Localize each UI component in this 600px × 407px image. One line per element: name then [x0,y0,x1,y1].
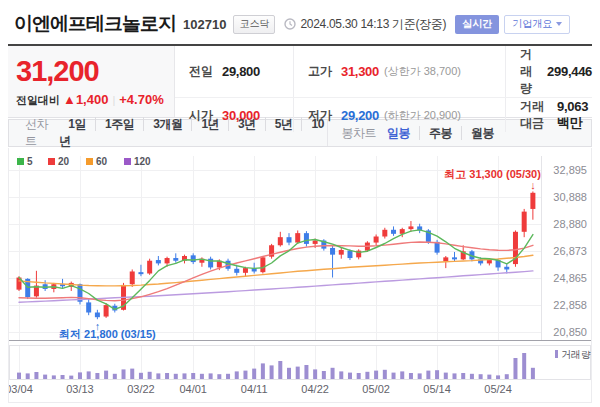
range-button-3개월[interactable]: 3개월 [143,117,191,131]
svg-text:60: 60 [96,156,108,167]
svg-text:최저 21,800 (03/15): 최저 21,800 (03/15) [59,328,156,340]
svg-text:20: 20 [58,156,70,167]
range-button-1주일[interactable]: 1주일 [95,117,143,131]
day-high-cell: 고가 31,300 (상한가 38,700) [293,46,505,97]
volume-cell: 거래량 299,446 [505,46,592,97]
svg-text:↓: ↓ [530,179,536,191]
divider: | [112,94,115,106]
quote-table: 전일 29,800 고가 31,300 (상한가 38,700) 거래량 299… [175,46,592,117]
svg-text:03/13: 03/13 [66,383,94,395]
line-chart-range-group: 선차트 1일1주일3개월1년3년5년10년 [9,120,327,146]
range-button-3년[interactable]: 3년 [228,117,265,131]
current-price: 31,200 [16,56,174,86]
company-overview-label: 기업개요 [512,17,552,31]
chart-range-toolbar: 선차트 1일1주일3개월1년3년5년10년 봉차트 일봉주봉월봉 [8,119,592,147]
svg-text:03/22: 03/22 [127,383,155,395]
prev-close-value: 29,800 [222,64,260,79]
svg-text:04/01: 04/01 [179,383,207,395]
market-badge: 코스닥 [233,15,275,34]
up-arrow-icon: ▲ [63,92,76,107]
svg-text:04/22: 04/22 [301,383,329,395]
svg-text:22,858: 22,858 [553,299,587,311]
candle-chart-range-group: 봉차트 일봉주봉월봉 [327,120,592,146]
svg-text:20,850: 20,850 [553,326,587,338]
volume-label: 거래량 [520,46,538,97]
day-high-label: 고가 [308,63,332,80]
svg-text:거래량: 거래량 [561,349,591,360]
day-high-value: 31,300 [341,64,379,79]
candlestick-chart[interactable]: 32,89530,88828,88026,87324,86522,85820,8… [9,148,591,402]
prev-close-cell: 전일 29,800 [175,46,293,97]
range-button-1년[interactable]: 1년 [191,117,228,131]
stock-code: 102710 [183,17,226,32]
price-change-row: 전일대비▲1,400|+4.70% [16,92,174,108]
svg-text:05/14: 05/14 [423,383,451,395]
realtime-toggle-badge[interactable]: 실시간 [455,15,499,34]
quote-row-1: 전일 29,800 고가 31,300 (상한가 38,700) 거래량 299… [175,46,592,97]
change-label: 전일대비 [16,94,60,106]
svg-text:05/02: 05/02 [362,383,390,395]
price-summary-section: 31,200 전일대비▲1,400|+4.70% 전일 29,800 고가 31… [8,44,592,118]
price-chart-area[interactable]: 32,89530,88828,88026,87324,86522,85820,8… [8,148,592,403]
svg-text:32,895: 32,895 [553,164,587,176]
line-chart-label: 선차트 [25,116,57,150]
prev-close-label: 전일 [189,63,213,80]
svg-text:5: 5 [27,156,33,167]
svg-text:120: 120 [134,156,151,167]
svg-text:05/24: 05/24 [484,383,512,395]
candle-range-buttons: 일봉주봉월봉 [378,125,503,142]
line-range-buttons: 1일1주일3개월1년3년5년10년 [59,116,326,150]
volume-value: 299,446 [547,64,592,79]
upper-limit-note: (상한가 38,700) [384,64,461,79]
chevron-down-icon [556,22,562,26]
stock-header: 이엔에프테크놀로지 102710 코스닥 2024.05.30 14:13 기준… [0,0,600,44]
svg-text:30,888: 30,888 [553,191,587,203]
svg-text:28,880: 28,880 [553,218,587,230]
range-button-일봉[interactable]: 일봉 [378,126,419,140]
clock-icon [284,18,296,30]
stock-detail-page: 이엔에프테크놀로지 102710 코스닥 2024.05.30 14:13 기준… [0,0,600,407]
range-button-월봉[interactable]: 월봉 [461,126,503,140]
svg-text:↑: ↑ [95,320,101,332]
svg-text:03/04: 03/04 [9,383,33,395]
range-button-5년[interactable]: 5년 [265,117,302,131]
change-value: 1,400 [76,92,109,107]
current-price-box: 31,200 전일대비▲1,400|+4.70% [8,46,175,117]
svg-text:26,873: 26,873 [553,245,587,257]
range-button-주봉[interactable]: 주봉 [419,126,461,140]
stock-title: 이엔에프테크놀로지 [14,11,176,37]
change-percent: +4.70% [119,92,163,107]
quote-datetime: 2024.05.30 14:13 기준(장중) [300,16,446,33]
company-overview-dropdown[interactable]: 기업개요 [504,15,570,34]
candle-chart-label: 봉차트 [342,125,377,142]
range-button-1일[interactable]: 1일 [59,117,95,131]
svg-text:04/11: 04/11 [241,383,268,395]
svg-text:24,865: 24,865 [553,272,587,284]
svg-text:최고 31,300 (05/30): 최고 31,300 (05/30) [444,168,541,180]
